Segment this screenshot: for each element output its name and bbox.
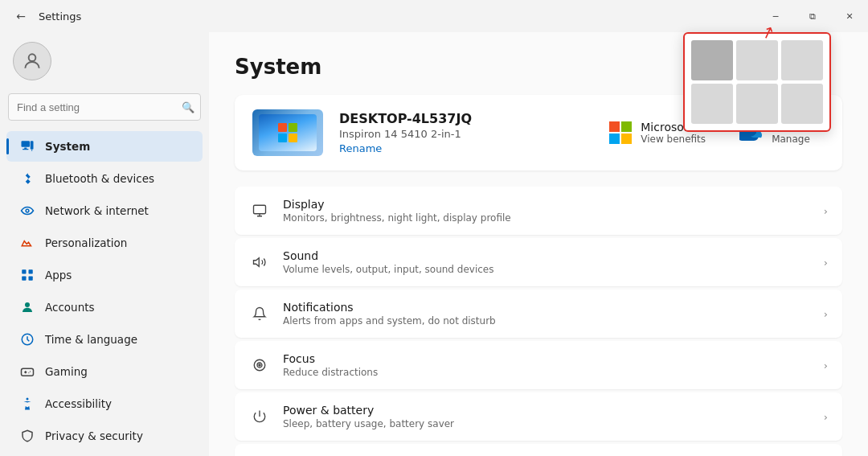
sound-title: Sound bbox=[283, 249, 811, 262]
sidebar-label-gaming: Gaming bbox=[45, 365, 88, 378]
sidebar-label-system: System bbox=[45, 140, 90, 153]
svg-rect-3 bbox=[23, 149, 29, 150]
power-icon bbox=[249, 406, 270, 427]
titlebar: ← Settings ─ ⧉ ✕ ↗ bbox=[0, 0, 868, 32]
back-button[interactable]: ← bbox=[10, 5, 32, 27]
svg-point-14 bbox=[27, 398, 29, 401]
display-icon bbox=[249, 200, 270, 221]
device-name: DESKTOP-4L537JQ bbox=[339, 111, 592, 126]
focus-sub: Reduce distractions bbox=[283, 367, 811, 378]
sidebar-label-accessibility: Accessibility bbox=[45, 397, 112, 410]
svg-point-5 bbox=[31, 150, 33, 151]
device-rename-link[interactable]: Rename bbox=[339, 142, 382, 154]
svg-point-11 bbox=[25, 302, 30, 307]
settings-row-sound[interactable]: Sound Volume levels, output, input, soun… bbox=[235, 238, 842, 286]
sidebar-label-network: Network & internet bbox=[45, 204, 149, 217]
settings-row-display[interactable]: Display Monitors, brightness, night ligh… bbox=[235, 187, 842, 235]
svg-rect-15 bbox=[609, 121, 620, 132]
sidebar-item-accounts[interactable]: Accounts bbox=[6, 292, 203, 322]
sidebar-item-gaming[interactable]: Gaming bbox=[6, 356, 203, 387]
snap-layout-overlay[interactable] bbox=[683, 32, 831, 132]
close-button[interactable]: ✕ bbox=[831, 0, 868, 32]
device-thumbnail-inner bbox=[259, 114, 317, 151]
microsoft365-icon bbox=[608, 121, 633, 145]
svg-rect-7 bbox=[22, 269, 26, 273]
svg-rect-17 bbox=[609, 134, 620, 144]
display-sub: Monitors, brightness, night light, displ… bbox=[283, 212, 811, 224]
sound-chevron: › bbox=[824, 257, 828, 269]
display-title: Display bbox=[283, 198, 811, 211]
bluetooth-icon bbox=[19, 170, 35, 187]
apps-icon bbox=[19, 267, 35, 283]
device-info: DESKTOP-4L537JQ Inspiron 14 5410 2-in-1 … bbox=[339, 111, 592, 155]
snap-cell-5[interactable] bbox=[736, 84, 778, 124]
sidebar-item-bluetooth[interactable]: Bluetooth & devices bbox=[6, 163, 203, 194]
sidebar-label-apps: Apps bbox=[45, 269, 72, 281]
svg-rect-19 bbox=[254, 205, 266, 214]
sound-icon bbox=[249, 252, 270, 273]
gaming-icon bbox=[19, 364, 35, 380]
snap-cell-4[interactable] bbox=[691, 84, 733, 124]
sidebar-label-accounts: Accounts bbox=[45, 301, 95, 314]
sidebar-item-time[interactable]: Time & language bbox=[6, 324, 203, 355]
windows-logo-q2 bbox=[289, 123, 297, 132]
sidebar-item-network[interactable]: Network & internet bbox=[6, 195, 203, 226]
settings-row-notifications[interactable]: Notifications Alerts from apps and syste… bbox=[235, 290, 842, 338]
windows-logo-q3 bbox=[278, 134, 287, 142]
notifications-text: Notifications Alerts from apps and syste… bbox=[283, 301, 811, 327]
focus-text: Focus Reduce distractions bbox=[283, 352, 811, 378]
search-input[interactable] bbox=[8, 93, 201, 121]
snap-cell-3[interactable] bbox=[781, 40, 823, 80]
settings-row-power[interactable]: Power & battery Sleep, battery usage, ba… bbox=[235, 392, 842, 441]
snap-cell-1[interactable] bbox=[691, 40, 733, 80]
sound-sub: Volume levels, output, input, sound devi… bbox=[283, 264, 811, 275]
svg-rect-8 bbox=[29, 269, 33, 273]
sidebar-label-personalization: Personalization bbox=[45, 236, 127, 249]
device-thumbnail bbox=[252, 109, 323, 156]
svg-rect-9 bbox=[22, 277, 26, 281]
notifications-icon bbox=[249, 303, 270, 324]
search-container: 🔍 bbox=[8, 93, 201, 121]
power-chevron: › bbox=[824, 411, 828, 423]
sidebar-item-system[interactable]: System bbox=[6, 131, 203, 162]
window-controls: ─ ⧉ ✕ bbox=[757, 0, 868, 32]
accessibility-icon bbox=[19, 396, 35, 412]
onedrive-sub: Manage bbox=[772, 134, 825, 145]
snap-button[interactable]: ⧉ bbox=[794, 0, 831, 32]
sidebar-item-update[interactable]: Windows Update bbox=[6, 453, 203, 456]
windows-logo-q1 bbox=[278, 123, 287, 132]
sidebar-item-apps[interactable]: Apps bbox=[6, 260, 203, 290]
svg-rect-18 bbox=[621, 134, 632, 144]
avatar-section bbox=[0, 39, 209, 93]
focus-icon bbox=[249, 355, 270, 376]
svg-point-6 bbox=[26, 209, 29, 212]
network-icon bbox=[19, 203, 35, 219]
settings-row-storage[interactable]: Storage Storage space, drives, configura… bbox=[235, 444, 842, 456]
svg-rect-1 bbox=[22, 141, 31, 147]
privacy-icon bbox=[19, 428, 35, 444]
sidebar-label-bluetooth: Bluetooth & devices bbox=[45, 172, 154, 185]
search-icon: 🔍 bbox=[182, 101, 194, 113]
sidebar-item-accessibility[interactable]: Accessibility bbox=[6, 388, 203, 419]
svg-rect-10 bbox=[29, 277, 33, 281]
snap-cell-6[interactable] bbox=[781, 84, 823, 124]
snap-cell-2[interactable] bbox=[736, 40, 778, 80]
sidebar-item-privacy[interactable]: Privacy & security bbox=[6, 421, 203, 451]
display-text: Display Monitors, brightness, night ligh… bbox=[283, 198, 811, 224]
windows-logo-q4 bbox=[289, 134, 297, 142]
notifications-title: Notifications bbox=[283, 301, 811, 314]
focus-chevron: › bbox=[824, 359, 828, 372]
personalization-icon bbox=[19, 235, 35, 251]
avatar[interactable] bbox=[13, 42, 51, 80]
microsoft365-sub: View benefits bbox=[641, 134, 717, 145]
svg-rect-16 bbox=[621, 121, 632, 132]
sidebar-item-personalization[interactable]: Personalization bbox=[6, 228, 203, 258]
sidebar-label-time: Time & language bbox=[45, 333, 137, 346]
settings-list: Display Monitors, brightness, night ligh… bbox=[235, 187, 842, 456]
power-title: Power & battery bbox=[283, 404, 811, 417]
accounts-icon bbox=[19, 299, 35, 315]
svg-rect-4 bbox=[31, 141, 34, 150]
windows-logo bbox=[278, 123, 297, 142]
notifications-chevron: › bbox=[824, 308, 828, 320]
settings-row-focus[interactable]: Focus Reduce distractions › bbox=[235, 341, 842, 389]
